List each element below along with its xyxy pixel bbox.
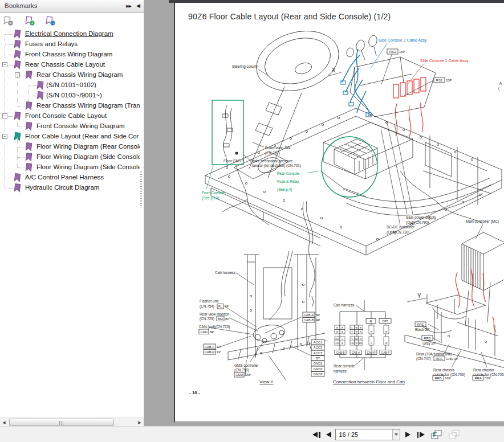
leader-line xyxy=(371,43,387,68)
bookmark-item-label: Rear Chassis Cable Layout xyxy=(25,61,105,68)
diagram-label: Floor GND xyxy=(223,159,241,163)
bookmark-item[interactable]: Floor Wiring Diagram (Side Console xyxy=(0,162,140,173)
pin-cell-label: WR xyxy=(335,338,339,341)
svg-text:×: × xyxy=(10,21,12,25)
bookmark-item[interactable]: −Front Console Cable Layout xyxy=(0,111,140,121)
connector-box-label: RS3 xyxy=(389,50,396,54)
bookmark-item[interactable]: (S/N 0103~/9001~) xyxy=(0,91,140,101)
bookmark-item[interactable]: Front Chassis Wiring Diagram xyxy=(0,50,140,60)
bookmark-item[interactable]: −Rear Chassis Cable Layout xyxy=(0,60,140,70)
connector-box-label: BT xyxy=(316,357,320,360)
leader-line xyxy=(307,171,319,173)
go-to-bookmark-icon[interactable]: → xyxy=(45,16,56,27)
pin-cell-label: W xyxy=(385,330,388,333)
bookmark-item[interactable]: −Floor Cable Layout (Rear and Side Cor xyxy=(0,132,140,142)
page-number-combo[interactable]: 16 / 25 xyxy=(335,429,400,440)
expand-panel-icon[interactable]: ▶▶ xyxy=(126,0,131,12)
panel-resize-grip[interactable] xyxy=(140,171,142,207)
pin-cell-label: W xyxy=(336,330,339,333)
diagram-label: (See p.13) xyxy=(202,196,219,200)
connector-box-suffix: 52P xyxy=(485,376,490,380)
bookmark-item[interactable]: Floor Wiring Diagram (Side Console xyxy=(0,152,140,162)
pin-cell-label: Y xyxy=(351,330,353,333)
bookmark-item[interactable]: Hydraulic Circuit Diagram xyxy=(0,183,140,193)
connector-box-label: CAB-A xyxy=(352,351,360,354)
diagram-label: (Opt)(CN.790) xyxy=(406,220,429,225)
bookmark-flag-icon xyxy=(25,153,32,162)
sheet-page-number: - 16 - xyxy=(189,390,200,395)
bookmark-item[interactable]: (S/N 0101~0102) xyxy=(0,80,140,91)
bookmark-item[interactable]: −Rear Chassis Wiring Diagram xyxy=(0,70,140,80)
pin-cell-label: V xyxy=(351,338,353,341)
bookmarks-toolbar: ×+→ xyxy=(0,15,144,28)
diagram-label: Rear view monitor xyxy=(200,312,229,316)
scroll-right-icon[interactable]: ▶ xyxy=(136,418,144,427)
next-view-button[interactable] xyxy=(448,429,460,440)
leader-line xyxy=(229,318,258,331)
bookmark-item[interactable]: Front Console Wiring Diagram xyxy=(0,121,140,132)
connector-box-label: RRA xyxy=(474,376,481,380)
bookmark-item[interactable]: Rear Chassis Wiring Diagram (Trans xyxy=(0,101,140,111)
previous-page-icon xyxy=(326,432,331,437)
connector-box-label: ACC2 xyxy=(314,346,322,349)
bookmark-item-label: Rear Chassis Wiring Diagram (Trans xyxy=(36,102,140,109)
connector-box-label: ACC3 xyxy=(314,351,322,355)
first-page-icon xyxy=(312,432,318,437)
diagram-label: harness xyxy=(334,369,347,373)
diagram-label: Fuse & Relay xyxy=(277,179,299,184)
connector-box-label: CAB-R xyxy=(204,350,214,354)
page-dropdown-icon[interactable] xyxy=(392,429,400,440)
connector-box-suffix: 4P xyxy=(316,318,320,322)
add-bookmark-icon[interactable]: + xyxy=(25,16,36,27)
connector-box-label: RRE xyxy=(417,323,424,326)
connector-box-label: ACC1 xyxy=(314,341,322,344)
diagram-label: Brake lamp SW xyxy=(265,146,291,150)
diagram-label: Black 2P xyxy=(415,328,429,332)
bookmarks-horizontal-scrollbar[interactable]: ◀ ▶ xyxy=(0,418,144,426)
pin-cell-label: G xyxy=(371,342,372,345)
diagram-label: (Opt)(CN.730) xyxy=(387,230,409,235)
diagram-label: Rear Console xyxy=(277,171,300,175)
diagram-label: Rear console xyxy=(334,364,355,368)
delete-bookmark-icon[interactable]: × xyxy=(3,16,14,27)
diagram-label: Side Console 2 Cable Assy xyxy=(379,38,427,43)
bookmark-item[interactable]: Fuses and Relays xyxy=(0,39,140,50)
bookmark-item[interactable]: A/C Control Panel Harness xyxy=(0,173,140,183)
collapse-panel-icon[interactable]: ◀ xyxy=(136,0,140,12)
tree-guide-line xyxy=(29,86,29,107)
scrollbar-thumb[interactable] xyxy=(9,419,114,426)
connector-box-label: RS1 xyxy=(436,79,442,82)
diagram-label: Rear chassis xyxy=(473,368,494,372)
bookmark-flag-icon xyxy=(14,40,21,49)
bookmark-flag-icon xyxy=(14,183,21,193)
last-page-button[interactable] xyxy=(417,429,425,440)
diagram-label: connector (CN.706) xyxy=(433,373,465,377)
pin-cell-label: BR xyxy=(355,338,358,341)
connector-box-label: GND2 xyxy=(313,367,322,371)
connector-box-suffix: 6P xyxy=(316,313,320,317)
bookmarks-panel: Bookmarks ▶▶ ◀ ×+→ Electrical Connection… xyxy=(0,0,144,426)
first-page-button[interactable] xyxy=(312,429,320,440)
next-page-button[interactable] xyxy=(405,429,410,440)
previous-page-button[interactable] xyxy=(326,429,331,440)
diagram-label: Gray 2P xyxy=(422,341,436,346)
tree-guide-line xyxy=(5,34,5,189)
bookmark-flag-icon xyxy=(14,50,21,59)
diagram-label: Brake secondary pressure xyxy=(250,159,293,163)
page-number-input[interactable]: 16 / 25 xyxy=(336,429,392,440)
connector-box-suffix: Gray 1P xyxy=(446,357,458,361)
scroll-left-icon[interactable]: ◀ xyxy=(0,418,8,427)
connector-box-label: R xyxy=(370,320,372,323)
connector-box-suffix: 1P xyxy=(217,350,221,354)
bookmark-item[interactable]: Floor Wiring Diagram (Rear Console xyxy=(0,142,140,152)
pin-cell-label: R xyxy=(360,326,361,329)
pin-cell-label: W xyxy=(355,330,357,333)
pin-cell-label: G xyxy=(342,338,343,341)
pin-cell-label: R xyxy=(336,326,338,329)
bookmark-item[interactable]: Electrical Connection Diagram xyxy=(0,29,140,39)
diagram-label: Seat power supply xyxy=(406,215,436,220)
diagram-label: Side Console 1 Cable Assy xyxy=(420,59,469,63)
connector-box-label: CAB-B xyxy=(336,351,345,354)
connector-box-suffix: 16P xyxy=(245,373,251,376)
previous-view-button[interactable] xyxy=(430,429,442,440)
